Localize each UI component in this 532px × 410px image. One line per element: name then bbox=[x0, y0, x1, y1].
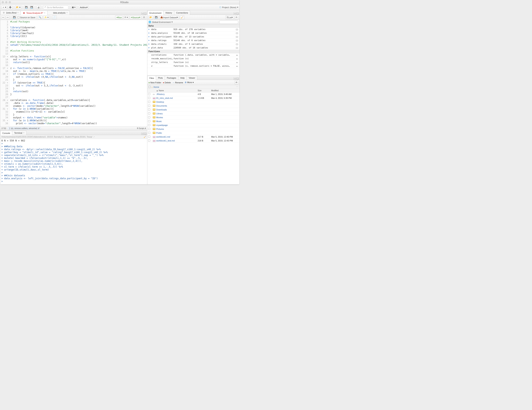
file-checkbox[interactable] bbox=[148, 124, 150, 126]
console-maximize-icon[interactable]: ▢ bbox=[144, 133, 146, 135]
language-indicator[interactable]: R Script ⇵ bbox=[137, 127, 146, 129]
close-dot[interactable] bbox=[2, 1, 4, 3]
env-row[interactable]: ▶data.participant919 obs. of 13 variable… bbox=[147, 35, 239, 39]
outline-button[interactable]: ☰ bbox=[142, 16, 146, 19]
source-tab[interactable]: ◉Tessa Analysis.R*× bbox=[20, 11, 48, 15]
env-scope-selector[interactable]: 🌐 Global Environment ▾ bbox=[149, 21, 173, 23]
goto-file-input[interactable]: ↱ Go to file/function bbox=[43, 5, 68, 9]
save-all-button[interactable]: 💾 bbox=[29, 5, 34, 9]
file-row[interactable]: Movies bbox=[147, 116, 239, 119]
expand-icon[interactable] bbox=[149, 65, 151, 68]
grid-view-icon[interactable] bbox=[236, 35, 238, 38]
grid-view-icon[interactable] bbox=[236, 43, 238, 46]
file-name[interactable]: Library bbox=[155, 112, 197, 116]
console-tab[interactable]: Console bbox=[0, 131, 12, 135]
file-checkbox[interactable] bbox=[148, 97, 150, 99]
addins-button[interactable]: Addins ▾ bbox=[79, 5, 89, 9]
file-checkbox[interactable] bbox=[148, 132, 150, 134]
save-source-button[interactable]: 💾 bbox=[12, 16, 17, 19]
file-row[interactable]: Library bbox=[147, 112, 239, 116]
file-row[interactable]: Documents bbox=[147, 104, 239, 108]
grid-view-icon[interactable] bbox=[236, 47, 238, 49]
more-button[interactable]: ⚙More ▾ bbox=[185, 81, 194, 84]
expand-icon[interactable]: ▶ bbox=[149, 47, 151, 49]
file-checkbox[interactable] bbox=[148, 120, 150, 122]
page-view-icon[interactable]: ▭ bbox=[236, 65, 238, 68]
project-menu[interactable]: ⬡ Project: (None) ▾ bbox=[219, 6, 238, 9]
env-tab[interactable]: History bbox=[163, 10, 174, 15]
file-row[interactable]: ▭.Rhistory4 BMar 1, 2019, 9:49 AM bbox=[147, 92, 239, 96]
env-row[interactable]: correlationsfunction (.data, variables, … bbox=[147, 53, 239, 57]
file-checkbox[interactable] bbox=[148, 105, 150, 107]
source-tab[interactable]: data.analysis× bbox=[47, 10, 70, 15]
env-row[interactable]: ▶data919 obs. of 178 variables bbox=[147, 28, 239, 31]
files-refresh-button[interactable]: ⟳ bbox=[235, 81, 238, 85]
import-dataset-button[interactable]: 📥 Import Dataset ▾ bbox=[159, 16, 179, 19]
file-name[interactable]: Movies bbox=[155, 116, 197, 119]
file-checkbox[interactable] bbox=[148, 93, 150, 95]
file-checkbox[interactable] bbox=[148, 136, 150, 138]
source-on-save-checkbox[interactable]: Source on Save bbox=[18, 16, 35, 19]
file-name[interactable]: workbook1_test.md bbox=[155, 139, 197, 143]
delete-button[interactable]: ●Delete bbox=[163, 81, 171, 84]
close-tab-icon[interactable]: × bbox=[18, 12, 19, 14]
page-view-icon[interactable]: ▭ bbox=[236, 61, 238, 64]
back-button[interactable]: ⇦ bbox=[1, 16, 5, 19]
expand-icon[interactable] bbox=[149, 61, 151, 64]
new-file-button[interactable]: ＋ ▾ bbox=[1, 5, 7, 9]
select-all-checkbox[interactable] bbox=[149, 86, 151, 88]
forward-button[interactable]: ⇨ bbox=[6, 16, 10, 19]
home-icon[interactable]: ⌂ bbox=[152, 86, 153, 88]
env-list-mode-button[interactable]: ☰ List ▾ bbox=[226, 16, 234, 19]
home-crumb[interactable]: Home bbox=[153, 86, 159, 88]
file-name[interactable]: Desktop bbox=[155, 100, 197, 104]
file-name[interactable]: workbook1.md bbox=[155, 135, 197, 139]
find-button[interactable]: 🔍 bbox=[38, 16, 42, 19]
file-name[interactable]: 01_intro_stub.md bbox=[155, 96, 197, 100]
file-name[interactable]: Public bbox=[155, 131, 197, 135]
col-mod-header[interactable]: Modified bbox=[210, 89, 239, 92]
function-scope[interactable]: ƒ z(x, remove.outliers, winsorise) ⇵ bbox=[8, 127, 41, 130]
report-button[interactable]: 📄 bbox=[52, 16, 57, 19]
file-name[interactable]: Music bbox=[155, 119, 197, 123]
env-row[interactable]: ▶data.stimuli150 obs. of 5 variables bbox=[147, 42, 239, 46]
col-size-header[interactable]: Size bbox=[197, 89, 210, 92]
env-tab[interactable]: Connections bbox=[174, 10, 190, 15]
grid-button[interactable]: ▦ ▾ bbox=[71, 5, 76, 9]
wand-button[interactable]: ✨ ▾ bbox=[43, 16, 49, 19]
env-search-input[interactable] bbox=[219, 20, 238, 24]
file-checkbox[interactable] bbox=[148, 116, 150, 118]
files-tab[interactable]: Files bbox=[147, 76, 156, 80]
files-tab[interactable]: Viewer bbox=[187, 76, 197, 80]
rerun-button[interactable]: ⟳ ▾ bbox=[124, 16, 129, 19]
env-row[interactable]: strip_lettersfunction (x)▭ bbox=[147, 61, 239, 64]
file-checkbox[interactable] bbox=[148, 128, 150, 130]
env-row[interactable]: recode_masculini…function (x)▭ bbox=[147, 57, 239, 61]
files-tab[interactable]: Plots bbox=[156, 76, 165, 80]
print-button[interactable]: 🖨 bbox=[37, 5, 41, 9]
minimize-dot[interactable] bbox=[5, 1, 7, 3]
page-view-icon[interactable]: ▭ bbox=[236, 54, 238, 56]
console-tab[interactable]: Terminal× bbox=[12, 131, 26, 135]
run-button[interactable]: ➔ Run bbox=[115, 16, 123, 19]
files-minimize-icon[interactable]: ▭ bbox=[234, 78, 236, 80]
close-tab-icon[interactable]: × bbox=[66, 12, 67, 14]
file-row[interactable]: Downloads bbox=[147, 108, 239, 112]
close-tab-icon[interactable]: × bbox=[23, 132, 24, 134]
file-checkbox[interactable] bbox=[148, 108, 150, 111]
file-name[interactable]: mywebpage bbox=[155, 123, 197, 127]
zoom-dot[interactable] bbox=[9, 1, 11, 3]
grid-view-icon[interactable] bbox=[236, 28, 238, 31]
file-name[interactable]: Downloads bbox=[155, 108, 197, 112]
file-name[interactable]: Pictures bbox=[155, 127, 197, 131]
source-tab[interactable]: ⊘1intro.Rmd× bbox=[0, 10, 21, 15]
expand-icon[interactable]: ▶ bbox=[149, 39, 151, 42]
expand-icon[interactable]: ▶ bbox=[149, 32, 151, 34]
new-folder-button[interactable]: ●New Folder bbox=[149, 81, 161, 84]
refresh-env-button[interactable]: ⟳ bbox=[235, 16, 238, 19]
grid-view-icon[interactable] bbox=[236, 39, 238, 42]
expand-icon[interactable]: ▶ bbox=[149, 28, 151, 31]
source-maximize-icon[interactable]: ▢ bbox=[144, 12, 146, 15]
expand-icon[interactable] bbox=[149, 57, 151, 60]
path-arrow-icon[interactable]: ↗ bbox=[93, 136, 95, 138]
